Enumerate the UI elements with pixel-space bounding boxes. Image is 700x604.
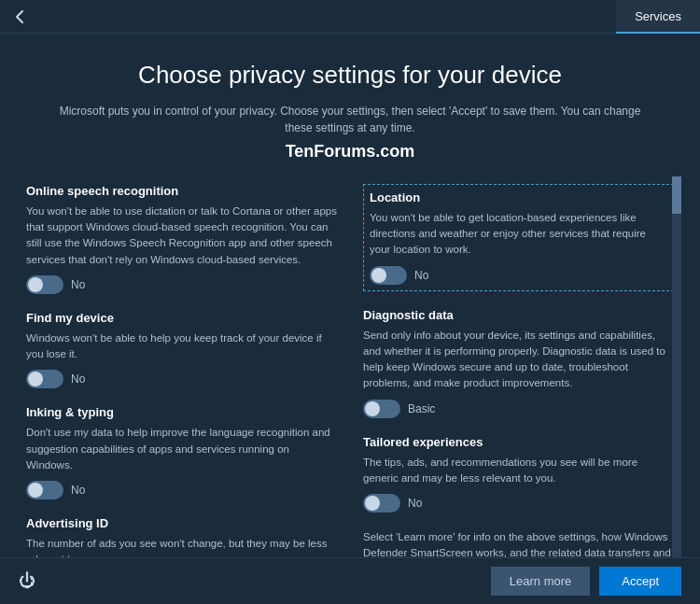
setting-inking-typing: Inking & typing Don't use my data to hel… [26,405,337,499]
toggle-diagnostic-data[interactable] [363,400,400,418]
footer-left: ⏻ [19,571,35,591]
toggle-knob-diagnostic-data [365,401,380,416]
setting-title-diagnostic-data: Diagnostic data [363,308,674,322]
setting-tailored-experiences: Tailored experiences The tips, ads, and … [363,435,674,513]
setting-title-tailored-experiences: Tailored experiences [363,435,674,449]
learn-more-button[interactable]: Learn more [491,567,590,596]
toggle-knob-online-speech [28,277,43,292]
toggle-row-diagnostic-data: Basic [363,400,674,418]
services-tab[interactable]: Services [616,0,700,34]
setting-desc-diagnostic-data: Send only info about your device, its se… [363,328,674,392]
setting-title-advertising-id: Advertising ID [26,516,337,530]
brand: TenForums.com [56,142,644,162]
toggle-row-tailored-experiences: No [363,494,674,513]
toggle-label-location: No [414,269,428,282]
accept-button[interactable]: Accept [599,567,681,596]
right-column: Location You won't be able to get locati… [350,176,681,557]
setting-advertising-id: Advertising ID The number of ads you see… [26,516,337,557]
toggle-knob-inking-typing [28,483,43,498]
setting-desc-online-speech: You won't be able to use dictation or ta… [26,204,337,268]
setting-location: Location You won't be able to get locati… [363,184,674,291]
main-content: Choose privacy settings for your device … [0,34,700,557]
left-column: Online speech recognition You won't be a… [19,176,350,557]
toggle-label-tailored-experiences: No [408,497,422,510]
setting-desc-tailored-experiences: The tips, ads, and recommendations you s… [363,455,674,487]
toggle-knob-tailored-experiences [365,496,380,511]
setting-find-device: Find my device Windows won't be able to … [26,311,337,389]
toggle-knob-location [371,268,386,283]
toggle-label-find-device: No [71,372,85,386]
top-bar: Services [0,0,700,34]
setting-title-find-device: Find my device [26,311,337,325]
setting-desc-find-device: Windows won't be able to help you keep t… [26,330,337,363]
toggle-row-inking-typing: No [26,481,337,499]
footer-buttons: Learn more Accept [491,567,681,596]
setting-online-speech: Online speech recognition You won't be a… [26,184,337,294]
setting-desc-location: You won't be able to get location-based … [370,210,667,259]
setting-title-inking-typing: Inking & typing [26,405,337,419]
subtitle: Microsoft puts you in control of your pr… [56,103,644,136]
toggle-row-online-speech: No [26,275,337,294]
setting-title-online-speech: Online speech recognition [26,184,337,198]
toggle-inking-typing[interactable] [26,481,63,499]
scrollbar-thumb[interactable] [672,176,681,214]
toggle-label-online-speech: No [71,278,85,291]
setting-desc-advertising-id: The number of ads you see won't change, … [26,536,337,557]
setting-desc-inking-typing: Don't use my data to help improve the la… [26,425,337,473]
setting-diagnostic-data: Diagnostic data Send only info about you… [363,308,674,418]
page-title: Choose privacy settings for your device [56,60,644,91]
back-button[interactable] [11,8,28,25]
scrollbar[interactable] [672,176,681,557]
toggle-row-find-device: No [26,370,337,388]
header-section: Choose privacy settings for your device … [0,34,700,176]
toggle-online-speech[interactable] [26,275,63,294]
footer: ⏻ Learn more Accept [0,557,700,604]
toggle-label-diagnostic-data: Basic [408,402,435,415]
toggle-find-device[interactable] [26,370,63,388]
toggle-knob-find-device [28,372,43,386]
info-text: Select 'Learn more' for info on the abov… [363,529,674,557]
toggle-location[interactable] [370,266,407,285]
setting-title-location: Location [370,190,667,204]
power-icon[interactable]: ⏻ [19,571,35,591]
toggle-label-inking-typing: No [71,484,85,497]
toggle-row-location: No [370,266,667,285]
toggle-tailored-experiences[interactable] [363,494,400,513]
settings-area: Online speech recognition You won't be a… [0,176,700,557]
